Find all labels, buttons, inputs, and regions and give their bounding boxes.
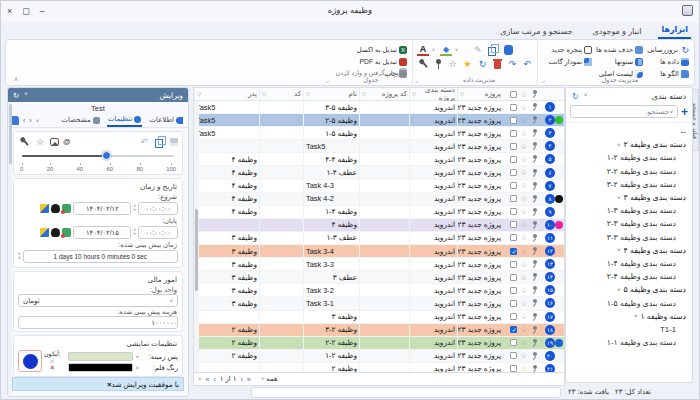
pen-color-swatch[interactable] <box>68 363 133 372</box>
row-star-icon[interactable]: ☆ <box>520 169 527 176</box>
edit-icon[interactable]: ✎ <box>472 44 484 56</box>
row-checkbox[interactable] <box>510 104 517 111</box>
tree-item[interactable]: دسته بندی وظیفه ۴ ˅ <box>572 244 686 257</box>
column-header[interactable]: نام ▽ <box>303 88 359 100</box>
tree-item[interactable]: دسته بندی وظیفه ۵-۱ ˅ <box>572 296 686 309</box>
pin-icon[interactable] <box>16 133 33 150</box>
row-star-icon[interactable]: ☆ <box>520 104 527 111</box>
filter-icon[interactable]: ▽ <box>362 91 366 97</box>
row-checkbox[interactable] <box>510 221 517 228</box>
tree-item[interactable]: دسته بندی وظیفه ۲-۱ ˅ <box>572 151 686 164</box>
column-header[interactable]: دسته بندی پروژه ▽ <box>409 88 457 100</box>
end-time-input[interactable]: ۰۰:۰۰:۰۰ <box>138 226 178 239</box>
row-pin-icon[interactable] <box>530 260 538 268</box>
table-row[interactable]: ۱ ☆ پروژه جدید ۲۳ اندروید وظیفه ۵-۳ Task… <box>194 101 564 114</box>
row-star-icon[interactable]: ☆ <box>520 117 527 124</box>
clear-brush-icon[interactable] <box>40 204 49 213</box>
row-pin-icon[interactable] <box>530 313 538 321</box>
row-pin-icon[interactable] <box>530 299 538 307</box>
ribbon-tab[interactable]: انبار و موجودی <box>590 25 645 39</box>
unpin-icon[interactable] <box>415 56 432 73</box>
row-pin-icon[interactable] <box>530 326 538 334</box>
row-pin-icon[interactable] <box>530 221 538 229</box>
chevron-down-icon[interactable]: ˅ <box>36 118 39 124</box>
row-star-icon[interactable]: ☆ <box>520 156 527 163</box>
icon-picker-box[interactable] <box>18 350 42 372</box>
row-star-icon[interactable]: ☆ <box>520 300 527 307</box>
dialog-launcher-icon[interactable]: ⌟ <box>542 76 545 83</box>
redo-icon[interactable]: ↷ <box>506 58 518 70</box>
ribbon-tab[interactable]: ابزارها <box>658 23 691 39</box>
start-date-input[interactable]: ۱۴۰۴/۰۲/۱۲ <box>73 202 131 215</box>
delete-icon[interactable] <box>491 58 503 70</box>
copy-icon[interactable] <box>487 44 499 56</box>
table-row[interactable]: ۲۱ ☆ پروژه جدید ۲۳ اندروید وظیفه ۲ <box>194 363 564 373</box>
chevron-down-icon[interactable]: ˅ <box>617 195 621 201</box>
person-time-icon[interactable] <box>51 228 60 237</box>
minimize-button[interactable]: – <box>40 4 45 18</box>
maximize-button[interactable]: ◻ <box>22 4 29 18</box>
tree-item[interactable]: دسته بندی وظیفه ۲-۳ ˅ <box>572 178 686 191</box>
row-pin-icon[interactable] <box>530 365 538 373</box>
row-pin-icon[interactable] <box>530 129 538 137</box>
row-pin-icon[interactable] <box>530 169 538 177</box>
chevron-down-icon[interactable]: ˅ <box>432 47 437 53</box>
row-checkbox[interactable] <box>510 248 517 255</box>
star-filled-icon[interactable]: ★ <box>462 58 474 70</box>
table-row[interactable]: ۱۴ ☆ پروژه جدید ۲۳ اندروید عطف ۳ وظیفه ۳ <box>194 271 564 284</box>
row-star-icon[interactable]: ☆ <box>520 313 527 320</box>
close-icon[interactable]: × <box>107 380 112 389</box>
ribbon-tab[interactable]: جستجو و مرتب سازی <box>497 25 575 39</box>
chevron-down-icon[interactable]: ˅ <box>455 47 460 53</box>
dialog-launcher-icon[interactable]: ⌟ <box>326 76 329 83</box>
ribbon-item[interactable]: تبدیل به PDF <box>356 56 408 67</box>
tree-item[interactable]: دسته وظیفه ۱ ˅ <box>572 310 686 323</box>
row-star-icon[interactable]: ☆ <box>520 352 527 359</box>
row-checkbox[interactable] <box>510 208 517 215</box>
tab-info[interactable]: اطلاعات <box>148 114 184 127</box>
table-row[interactable]: ۴ ☆ پروژه جدید ۲۳ اندروید Task5 <box>194 140 564 153</box>
row-pin-icon[interactable] <box>530 208 538 216</box>
row-pin-icon[interactable] <box>530 339 538 347</box>
row-star-icon[interactable]: ☆ <box>520 130 527 137</box>
table-row[interactable]: ۱۵ ☆ پروژه جدید ۲۳ اندروید Task 3-2 وظیف… <box>194 284 564 297</box>
date-stepper[interactable]: ˄˅ <box>133 205 136 213</box>
row-checkbox[interactable] <box>510 313 517 320</box>
row-checkbox[interactable] <box>510 169 517 176</box>
tree-item[interactable]: دسته بندی وظیفه ۱-۱ ˅ <box>572 336 686 349</box>
row-checkbox[interactable] <box>510 195 517 202</box>
row-pin-icon[interactable] <box>530 155 538 163</box>
currency-select[interactable]: ˅ تومان <box>18 294 178 307</box>
ribbon-item[interactable]: نمودار گانت <box>548 56 593 67</box>
table-row[interactable]: ۷ ☆ پروژه جدید ۲۳ اندروید Task 4-3 وظیفه… <box>194 180 564 193</box>
table-row[interactable]: ۱۸ ☆ پروژه جدید ۲۳ اندروید وظیفه ۲-۳ وظی… <box>194 324 564 337</box>
filter-icon[interactable]: ▽ <box>460 91 464 97</box>
row-checkbox[interactable] <box>510 365 517 372</box>
row-pin-icon[interactable] <box>530 103 538 111</box>
ribbon-item[interactable]: حذف شده ها <box>595 44 644 55</box>
person-time-icon[interactable] <box>51 204 60 213</box>
star-outline-icon[interactable]: ☆ <box>520 91 527 98</box>
row-checkbox[interactable] <box>510 143 517 150</box>
page-size-select[interactable]: ˅ همه <box>261 375 278 383</box>
tree-item[interactable]: دسته بندی وظیفه ۴-۱ ˅ <box>572 257 686 270</box>
tree-item[interactable]: دسته بندی وظیفه ۲ ˅ <box>572 138 686 151</box>
table-row[interactable]: ۱۷ ☆ پروژه جدید ۲۳ اندروید وظیفه ۳ <box>194 311 564 324</box>
row-checkbox[interactable] <box>510 326 517 333</box>
close-button[interactable]: × <box>7 4 12 18</box>
row-checkbox[interactable] <box>510 339 517 346</box>
chevron-down-icon[interactable]: ˅ <box>198 376 202 382</box>
ribbon-collapse-icon[interactable]: ˄ <box>14 76 18 83</box>
ribbon-item[interactable]: پنجره جدید <box>548 44 593 55</box>
table-row[interactable]: ۱۱ ☆ پروژه جدید ۲۳ اندروید عطف ۳-۱ وظیفه… <box>194 232 564 245</box>
prev-record-icon[interactable]: ‹ <box>23 117 25 124</box>
row-star-icon[interactable]: ☆ <box>520 365 527 372</box>
background-color-swatch[interactable] <box>68 352 133 361</box>
row-star-icon[interactable]: ☆ <box>520 208 527 215</box>
pin-icon[interactable] <box>432 58 444 70</box>
chevron-down-icon[interactable]: ˅ <box>669 109 673 115</box>
document-icon[interactable] <box>12 116 19 125</box>
tree-item[interactable]: -- ˅ <box>572 125 686 138</box>
chevron-down-icon[interactable]: ˅ <box>584 92 588 101</box>
chevron-down-icon[interactable]: ˅ <box>617 247 621 253</box>
